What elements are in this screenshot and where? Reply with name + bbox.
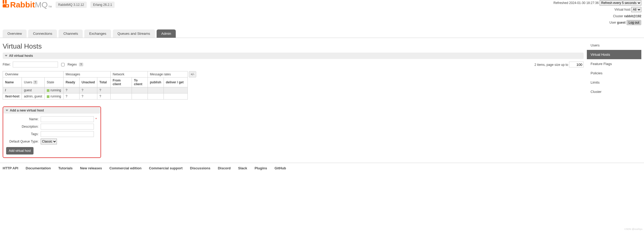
th-group-overview[interactable]: Overview — [3, 71, 64, 78]
cell-total: ? — [97, 87, 110, 93]
footer-http-api[interactable]: HTTP API — [3, 166, 18, 170]
users-help-icon[interactable]: ? — [33, 80, 37, 84]
name-input[interactable] — [41, 116, 94, 122]
sidebar-item-policies[interactable]: Policies — [587, 68, 641, 78]
cell-to — [132, 87, 148, 93]
vhost-name-link[interactable]: / — [3, 87, 22, 93]
filter-input[interactable] — [13, 62, 58, 67]
sidebar-item-virtual-hosts[interactable]: Virtual Hosts — [587, 50, 641, 59]
cell-deliver — [164, 93, 187, 100]
footer-slack[interactable]: Slack — [238, 166, 247, 170]
tags-label: Tags: — [6, 132, 41, 136]
vhost-table: Overview Messages Network Message rates … — [3, 71, 188, 100]
default-queue-type-select[interactable]: Classic — [41, 139, 57, 144]
th-deliver[interactable]: deliver / get — [164, 78, 187, 87]
th-state[interactable]: State — [44, 78, 63, 87]
svg-rect-3 — [6, 5, 8, 7]
tags-input[interactable] — [41, 131, 94, 137]
user-label: User — [609, 21, 616, 24]
table-row: / guest running ? ? ? — [3, 87, 188, 93]
footer-documentation[interactable]: Documentation — [26, 166, 51, 170]
tab-exchanges[interactable]: Exchanges — [84, 29, 111, 38]
th-name[interactable]: Name — [3, 78, 22, 87]
version-rabbitmq: RabbitMQ 3.12.12 — [56, 2, 87, 8]
th-group-messages[interactable]: Messages — [63, 71, 110, 78]
add-vhost-header-label: Add a new virtual host — [10, 109, 44, 112]
page-size-input[interactable] — [569, 62, 584, 67]
cell-unacked: ? — [79, 87, 97, 93]
th-total[interactable]: Total — [97, 78, 110, 87]
footer: HTTP API Documentation Tutorials New rel… — [0, 163, 644, 173]
footer-discord[interactable]: Discord — [218, 166, 231, 170]
tab-channels[interactable]: Channels — [58, 29, 83, 38]
chevron-down-icon — [5, 55, 7, 57]
svg-rect-0 — [3, 0, 4, 4]
footer-tutorials[interactable]: Tutorials — [58, 166, 73, 170]
page-title: Virtual Hosts — [3, 42, 584, 50]
add-vhost-button[interactable]: Add virtual host — [6, 147, 34, 154]
required-star: * — [95, 117, 97, 121]
state-indicator-icon — [47, 89, 49, 92]
filter-label: Filter: — [3, 63, 11, 66]
all-vhosts-header[interactable]: All virtual hosts — [3, 53, 584, 59]
tab-queues[interactable]: Queues and Streams — [113, 29, 155, 38]
default-queue-type-label: Default Queue Type: — [6, 140, 41, 143]
columns-toggle-button[interactable]: +/- — [189, 71, 196, 78]
svg-rect-2 — [3, 4, 9, 7]
logo-text-rabbit: Rabbit — [10, 0, 35, 9]
th-from-client[interactable]: From client — [110, 78, 132, 87]
cluster-label: Cluster — [613, 14, 623, 18]
logo-tm: TM — [48, 5, 52, 8]
description-label: Description: — [6, 125, 41, 128]
vhost-name-link[interactable]: /test-host — [3, 93, 22, 100]
all-vhosts-label: All virtual hosts — [9, 54, 33, 58]
pager-text: 2 items, page size up to — [534, 63, 568, 67]
cell-deliver — [164, 87, 187, 93]
cell-state: running — [44, 87, 63, 93]
cell-from — [110, 93, 132, 100]
cell-total: ? — [97, 93, 110, 100]
cell-unacked: ? — [79, 93, 97, 100]
regex-help-icon[interactable]: ? — [79, 63, 83, 66]
footer-discussions[interactable]: Discussions — [190, 166, 211, 170]
vhost-select[interactable]: All — [631, 7, 641, 12]
cell-state: running — [44, 93, 63, 100]
regex-checkbox[interactable] — [61, 63, 65, 66]
cell-publish — [148, 93, 164, 100]
sidebar-item-cluster[interactable]: Cluster — [587, 87, 641, 96]
footer-github[interactable]: GitHub — [274, 166, 286, 170]
cell-to — [132, 93, 148, 100]
sidebar-item-users[interactable]: Users — [587, 41, 641, 50]
vhost-label: Virtual host — [614, 8, 630, 11]
footer-commercial-edition[interactable]: Commercial edition — [109, 166, 141, 170]
th-publish[interactable]: publish — [148, 78, 164, 87]
add-vhost-section: Add a new virtual host Name: * Descripti… — [3, 106, 101, 158]
regex-label: Regex — [68, 63, 77, 66]
tab-admin[interactable]: Admin — [157, 29, 176, 38]
th-group-rates[interactable]: Message rates — [148, 71, 187, 78]
th-unacked[interactable]: Unacked — [79, 78, 97, 87]
th-ready[interactable]: Ready — [63, 78, 79, 87]
version-erlang: Erlang 26.2.1 — [90, 2, 115, 8]
footer-plugins[interactable]: Plugins — [255, 166, 267, 170]
tab-connections[interactable]: Connections — [28, 29, 57, 38]
refresh-interval-select[interactable]: Refresh every 5 seconds — [600, 0, 641, 6]
footer-new-releases[interactable]: New releases — [80, 166, 102, 170]
th-to-client[interactable]: To client — [132, 78, 148, 87]
cell-publish — [148, 87, 164, 93]
sidebar-item-limits[interactable]: Limits — [587, 78, 641, 87]
logout-button[interactable]: Log out — [626, 20, 641, 25]
sidebar-item-feature-flags[interactable]: Feature Flags — [587, 59, 641, 68]
th-users[interactable]: Users ? — [22, 78, 45, 87]
chevron-down-icon — [6, 110, 8, 111]
th-group-network[interactable]: Network — [110, 71, 148, 78]
logo: RabbitMQ TM — [3, 0, 52, 9]
add-vhost-header[interactable]: Add a new virtual host — [3, 107, 100, 114]
description-input[interactable] — [41, 124, 94, 130]
rabbit-icon — [3, 0, 9, 7]
svg-rect-1 — [5, 0, 7, 4]
footer-commercial-support[interactable]: Commercial support — [149, 166, 182, 170]
name-label: Name: — [6, 117, 41, 121]
tab-overview[interactable]: Overview — [3, 29, 27, 38]
user-value: guest — [617, 21, 626, 24]
